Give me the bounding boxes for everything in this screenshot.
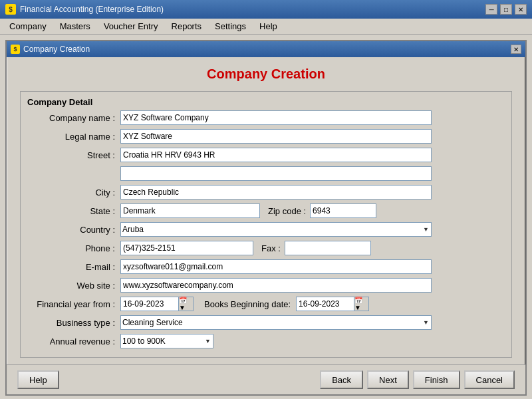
email-row: E-mail : [27,259,505,275]
legal-name-row: Legal name : [27,128,505,144]
website-row: Web site : [27,277,505,293]
financial-year-row: Financial year from : 📅▼ Books Beginning… [27,296,505,312]
minimize-button[interactable]: ─ [485,4,497,15]
website-label: Web site : [27,281,120,291]
city-label: City : [27,188,120,198]
fin-year-input[interactable] [120,297,179,311]
state-input[interactable] [120,203,260,218]
form-heading: Company Creation [20,66,512,82]
zip-code-input[interactable] [310,203,376,218]
zip-code-label: Zip code : [260,206,310,216]
business-type-select-wrapper: Cleaning Service IT Services Manufacturi… [120,315,432,330]
company-creation-dialog: $ Company Creation ✕ Company Creation Co… [5,40,527,396]
legal-name-label: Legal name : [27,132,120,142]
maximize-button[interactable]: □ [500,4,512,15]
business-type-row: Business type : Cleaning Service IT Serv… [27,315,505,331]
fin-year-label: Financial year from : [27,299,120,309]
app-icon: $ [5,4,16,15]
dialog-close-button[interactable]: ✕ [511,45,521,54]
annual-revenue-select[interactable]: 100 to 900K 1M to 10M 10M+ [120,334,213,348]
fin-year-calendar-button[interactable]: 📅▼ [179,297,194,311]
close-button[interactable]: ✕ [515,4,527,15]
country-select-wrapper: Aruba Afghanistan Albania Algeria [120,222,432,237]
cancel-button[interactable]: Cancel [464,370,515,389]
website-input[interactable] [120,278,432,293]
street-input-1[interactable] [120,148,432,162]
books-begin-label: Books Beginning date: [204,299,291,309]
fax-label: Fax : [253,243,285,253]
menu-company[interactable]: Company [3,19,53,33]
finish-button[interactable]: Finish [413,370,460,389]
main-area: $ Company Creation ✕ Company Creation Co… [0,35,532,399]
country-label: Country : [27,225,120,235]
dialog-title-bar: $ Company Creation ✕ [7,41,525,57]
email-label: E-mail : [27,262,120,272]
back-button[interactable]: Back [320,370,363,389]
dialog-footer: Help Back Next Finish Cancel [7,364,525,394]
company-name-input[interactable] [120,110,432,125]
dialog-icon: $ [11,45,20,54]
street-row-2 [27,166,505,182]
fin-year-date-wrapper: 📅▼ [120,297,194,311]
business-type-label: Business type : [27,318,120,328]
state-zip-row: State : Zip code : [27,203,505,219]
country-select[interactable]: Aruba Afghanistan Albania Algeria [120,222,432,237]
phone-fax-row: Phone : Fax : [27,240,505,256]
state-label: State : [27,206,120,216]
books-begin-calendar-button[interactable]: 📅▼ [354,297,369,311]
street-input-2[interactable] [120,166,432,181]
help-button[interactable]: Help [17,370,59,389]
menu-settings[interactable]: Settings [208,19,253,33]
business-type-select[interactable]: Cleaning Service IT Services Manufacturi… [120,315,432,330]
form-section: Company Detail Company name : Legal name… [20,91,512,358]
section-title: Company Detail [27,97,505,107]
street-row-1: Street : [27,147,505,163]
books-begin-input[interactable] [296,297,354,311]
annual-revenue-row: Annual revenue : 100 to 900K 1M to 10M 1… [27,333,505,349]
city-input[interactable] [120,185,432,200]
menu-bar: Company Masters Voucher Entry Reports Se… [0,19,532,35]
city-row: City : [27,184,505,200]
menu-voucher-entry[interactable]: Voucher Entry [97,19,165,33]
window-controls: ─ □ ✕ [485,4,527,15]
dialog-title: Company Creation [23,45,511,54]
books-begin-date-wrapper: 📅▼ [296,297,369,311]
app-title: Financial Accounting (Enterprise Edition… [20,5,485,14]
phone-label: Phone : [27,243,120,253]
menu-help[interactable]: Help [253,19,284,33]
menu-reports[interactable]: Reports [165,19,209,33]
next-button[interactable]: Next [367,370,409,389]
company-name-label: Company name : [27,113,120,123]
street-label: Street : [27,150,120,160]
menu-masters[interactable]: Masters [53,19,97,33]
company-name-row: Company name : [27,110,505,126]
phone-input[interactable] [120,241,253,255]
fax-input[interactable] [285,241,371,255]
dialog-content: Company Creation Company Detail Company … [7,57,525,364]
country-row: Country : Aruba Afghanistan Albania Alge… [27,221,505,237]
email-input[interactable] [120,259,432,274]
annual-revenue-select-wrapper: 100 to 900K 1M to 10M 10M+ [120,334,213,348]
title-bar: $ Financial Accounting (Enterprise Editi… [0,0,532,19]
legal-name-input[interactable] [120,129,432,144]
annual-revenue-label: Annual revenue : [27,336,120,346]
